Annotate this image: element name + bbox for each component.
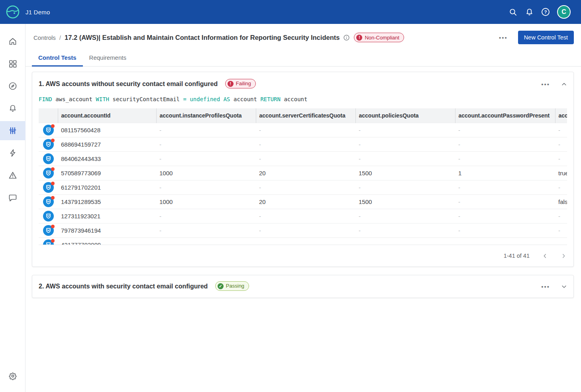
aws-account-entity-icon[interactable] <box>43 182 54 193</box>
value-cell: - <box>455 237 555 245</box>
sidebar-item-home[interactable] <box>0 32 26 51</box>
value-cell: 1000 <box>156 194 256 209</box>
value-cell: - <box>555 237 567 245</box>
value-cell: - <box>355 180 455 194</box>
alert-dot-icon <box>51 124 55 128</box>
value-cell: - <box>555 209 567 223</box>
value-cell: 1000 <box>156 166 256 180</box>
table-row: 797873946194----- <box>39 223 567 237</box>
column-header: account.policiesQuota <box>355 108 455 123</box>
next-page-chevron-icon[interactable] <box>560 253 567 259</box>
control-test-1-title-text: 1. AWS accounts without security contact… <box>39 80 218 87</box>
results-table-wrapper[interactable]: account.accountIdaccount.instanceProfile… <box>39 108 567 245</box>
aws-account-entity-icon[interactable] <box>43 125 54 135</box>
sidebar-item-problems[interactable] <box>0 166 26 185</box>
alert-dot-icon <box>51 196 55 200</box>
account-id-cell: 127311923021 <box>58 209 156 223</box>
value-cell: - <box>455 180 555 194</box>
non-compliant-exclamation-icon: ! <box>356 35 362 41</box>
query-token: account <box>284 96 307 102</box>
previous-page-chevron-icon[interactable] <box>542 253 548 259</box>
settings-gear-icon <box>8 371 18 381</box>
entity-icon-cell <box>39 223 58 237</box>
aws-account-entity-icon[interactable] <box>43 153 54 164</box>
value-cell: - <box>355 151 455 166</box>
column-header: account.accountPasswordPresent <box>455 108 555 123</box>
account-id-cell: 612791702201 <box>58 180 156 194</box>
notifications-bell-icon[interactable] <box>524 7 534 17</box>
sidebar-item-compliance[interactable] <box>0 121 26 140</box>
control-test-1-more-menu-button[interactable]: ••• <box>540 79 552 89</box>
query-token: WITH <box>96 96 109 102</box>
failing-badge: ! Failing <box>225 79 256 88</box>
entity-icon-cell <box>39 237 58 245</box>
control-test-1-title: 1. AWS accounts without security contact… <box>39 79 256 89</box>
sidebar-item-chat[interactable] <box>0 188 26 207</box>
failing-label: Failing <box>236 78 251 89</box>
expand-chevron-down-icon[interactable] <box>561 284 567 290</box>
aws-account-shield-icon <box>43 211 54 221</box>
table-row: 1437912895351000201500-false <box>39 194 567 209</box>
alert-dot-icon <box>51 139 55 142</box>
sidebar-item-quick-actions[interactable] <box>0 143 26 163</box>
search-icon[interactable] <box>508 7 518 17</box>
passing-badge: ✓ Passing <box>215 281 249 291</box>
query-token: aws_account <box>55 96 92 102</box>
value-cell: false <box>555 194 567 209</box>
entity-icon-cell <box>39 166 58 180</box>
query-token: securityContactEmail <box>112 96 180 102</box>
tab-requirements[interactable]: Requirements <box>83 49 133 66</box>
info-icon[interactable] <box>343 34 350 41</box>
aws-account-entity-icon[interactable] <box>43 225 54 236</box>
account-id-cell: 688694159727 <box>58 137 156 151</box>
aws-account-shield-icon <box>43 153 54 164</box>
table-row: 421777702009----- <box>39 237 567 245</box>
value-cell: 20 <box>256 166 355 180</box>
control-test-2-more-menu-button[interactable]: ••• <box>540 282 552 292</box>
tab-control-tests[interactable]: Control Tests <box>32 49 83 66</box>
sidebar-item-alerts[interactable] <box>0 99 26 118</box>
value-cell: - <box>256 209 355 223</box>
query-token: AS <box>224 96 230 102</box>
control-test-2-title-text: 2. AWS accounts with security contact em… <box>39 283 208 290</box>
value-cell: - <box>156 237 256 245</box>
value-cell: - <box>455 223 555 237</box>
value-cell: 1500 <box>355 166 455 180</box>
breadcrumb-controls-link[interactable]: Controls <box>33 34 56 41</box>
value-cell: - <box>256 237 355 245</box>
query-text: FIND aws_account WITH securityContactEma… <box>39 95 567 103</box>
sidebar-item-dashboards[interactable] <box>0 54 26 73</box>
value-cell: - <box>555 180 567 194</box>
compliance-sliders-icon <box>8 126 18 135</box>
sidebar <box>0 24 26 392</box>
page-more-menu-button[interactable]: ••• <box>497 33 509 43</box>
entity-icon-cell <box>39 123 58 137</box>
column-header: acc <box>555 108 567 123</box>
query-token: FIND <box>39 96 52 102</box>
aws-account-entity-icon[interactable] <box>43 211 54 221</box>
aws-account-entity-icon[interactable] <box>43 168 54 178</box>
entity-icon-cell <box>39 194 58 209</box>
j1-logo[interactable] <box>0 5 26 19</box>
icon-column-header <box>39 108 58 123</box>
user-avatar[interactable]: C <box>557 5 571 19</box>
sidebar-item-settings[interactable] <box>0 370 26 382</box>
aws-account-entity-icon[interactable] <box>43 239 54 245</box>
collapse-chevron-up-icon[interactable] <box>561 81 567 87</box>
sidebar-item-explore[interactable] <box>0 76 26 96</box>
aws-account-entity-icon[interactable] <box>43 139 54 150</box>
chat-bubble-icon <box>8 193 18 202</box>
new-control-test-button[interactable]: New Control Test <box>518 31 574 44</box>
query-token: = <box>183 96 186 102</box>
control-test-card-2: 2. AWS accounts with security contact em… <box>32 275 574 298</box>
value-cell: - <box>355 123 455 137</box>
failing-exclamation-icon: ! <box>228 81 234 87</box>
tab-bar: Control Tests Requirements <box>26 49 581 67</box>
column-header: account.serverCertificatesQuota <box>256 108 355 123</box>
value-cell: - <box>156 137 256 151</box>
table-row: 864062443433----- <box>39 151 567 166</box>
help-icon[interactable]: ? <box>541 7 550 17</box>
main-content: Controls / 17.2 (AWS)| Establish and Mai… <box>26 24 581 298</box>
aws-account-entity-icon[interactable] <box>43 196 54 207</box>
value-cell: - <box>156 223 256 237</box>
